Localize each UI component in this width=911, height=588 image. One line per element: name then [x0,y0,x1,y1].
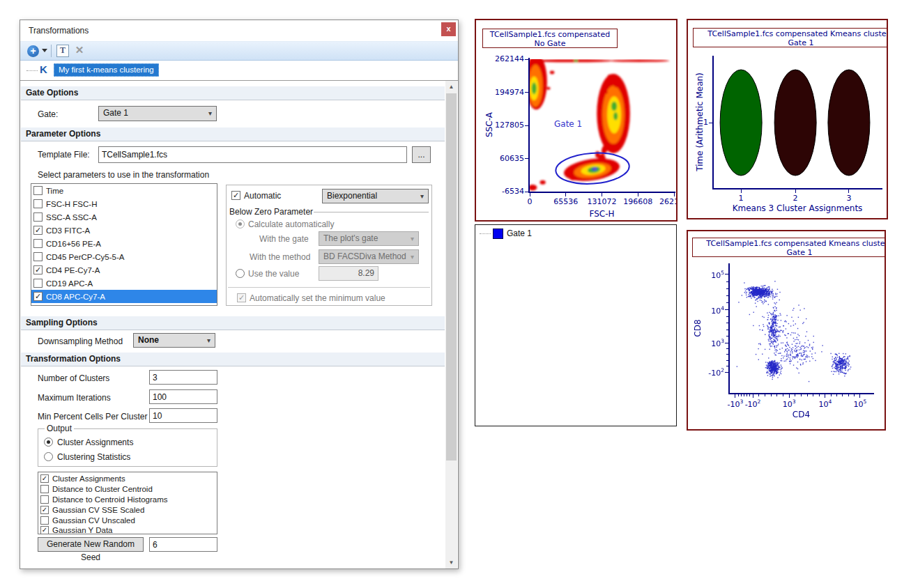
parameter-checkbox[interactable] [33,252,43,261]
output-option-checkbox[interactable]: ✓ [40,506,49,514]
parameter-row[interactable]: FSC-H FSC-H [31,197,217,210]
parameter-listbox[interactable]: TimeFSC-H FSC-HSSC-A SSC-A✓CD3 FITC-ACD1… [31,183,217,306]
x-tick-label: 103 [771,399,807,409]
gate-select[interactable]: Gate 1 ▾ [98,106,217,121]
number-of-clusters-input[interactable] [149,370,217,385]
scroll-down-icon[interactable]: ▼ [445,557,457,568]
scatter-points-canvas [730,265,873,393]
parameter-checkbox[interactable]: ✓ [33,226,43,235]
parameter-checkbox[interactable] [33,239,43,248]
with-gate-value: The plot's gate [323,233,378,243]
delete-button[interactable]: ✕ [73,44,86,56]
parameter-options-header: Parameter Options [21,127,445,141]
output-option-checkbox[interactable] [40,485,49,493]
x-tick-label: 3 [831,194,867,203]
auto-minimum-label: Automatically set the minimum value [250,293,385,303]
cd8-cd4-scatter-panel[interactable]: TCellSample1.fcs compensated Kmeans clus… [687,230,886,431]
output-listbox[interactable]: ✓Cluster AssignmentsDistance to Cluster … [38,472,217,534]
y-minor-tick [726,366,728,366]
downsampling-select[interactable]: None ▾ [133,333,215,348]
transform-settings-panel: ✓ Automatic Biexponential ▾ Below Zero P… [226,185,432,306]
x-tick-label: 262144 [656,197,677,206]
number-of-clusters-label: Number of Clusters [38,373,109,383]
density-plot-panel[interactable]: TCellSample1.fcs compensatedNo Gate06553… [475,19,677,222]
output-option-checkbox[interactable]: ✓ [40,526,49,534]
x-minor-tick [831,394,832,396]
add-transformation-button[interactable]: + [27,45,39,57]
transform-type-select[interactable]: Biexponential ▾ [322,189,429,203]
use-value-radio[interactable] [236,269,245,278]
y-minor-tick [726,360,728,361]
browse-button[interactable]: ... [412,146,431,163]
parameter-row[interactable]: SSC-A SSC-A [31,210,217,224]
parameter-row[interactable]: CD19 APC-A [31,277,217,290]
gate-options-header: Gate Options [21,86,445,100]
x-minor-tick [738,394,739,396]
output-option-row[interactable]: Distance to Cluster Centroid [38,484,217,495]
output-option-checkbox[interactable] [40,516,49,525]
x-minor-tick [749,394,750,396]
parameter-checkbox[interactable]: ✓ [33,292,43,301]
parameter-row[interactable]: ✓CD8 APC-Cy7-A [31,290,217,303]
parameter-checkbox[interactable]: ✓ [33,265,43,274]
y-tick-label: 194974 [488,88,524,97]
automatic-checkbox[interactable]: ✓ [231,191,240,200]
y-minor-tick [726,348,728,349]
maximum-iterations-input[interactable] [149,389,217,404]
legend-branch-line [480,233,491,234]
use-value-label: Use the value [248,269,299,279]
parameter-checkbox[interactable] [33,199,43,208]
parameter-label: CD19 APC-A [46,279,93,288]
parameter-row[interactable]: ✓CD3 FITC-A [31,224,217,237]
parameter-row[interactable]: ✓CD4 PE-Cy7-A [31,263,217,277]
output-option-checkbox[interactable] [40,495,49,504]
x-tick-mark [602,193,602,196]
dialog-titlebar[interactable]: Transformations x [20,20,458,41]
output-option-row[interactable]: Distance to Centroid Histograms [38,495,217,505]
app-screen: Transformations x + T ✕ K My first k-mea… [0,0,911,588]
parameter-label: Time [46,187,63,195]
parameter-label: CD8 APC-Cy7-A [46,293,105,301]
scroll-up-icon[interactable]: ▲ [445,81,457,93]
output-radio[interactable] [44,438,53,447]
cluster-means-ellipses [714,57,881,188]
scrollbar-thumb[interactable] [446,93,457,461]
gate-color-swatch[interactable] [493,229,503,239]
generate-seed-button[interactable]: Generate New Random Seed [38,537,144,552]
y-tick-mark [725,274,728,274]
gate-select-value: Gate 1 [103,108,128,118]
parameter-label: CD3 FITC-A [46,226,90,235]
seed-input[interactable] [149,537,217,552]
template-file-input[interactable] [98,146,407,163]
tree-item-kmeans[interactable]: My first k-means clustering [54,63,159,77]
output-radio-label: Cluster Assignments [57,438,133,447]
parameter-checkbox[interactable] [33,279,43,288]
x-tick-label: 1 [723,194,759,203]
calculate-automatically-radio[interactable] [236,219,245,229]
rename-button[interactable]: T [56,45,69,57]
min-percent-input[interactable] [149,408,217,423]
parameter-checkbox[interactable] [33,186,43,195]
y-minor-tick [726,330,728,330]
vertical-scrollbar[interactable]: ▲ ▼ [445,81,457,568]
output-option-row[interactable]: ✓Cluster Assignments [38,474,217,484]
chevron-down-icon: ▾ [208,107,212,120]
output-option-row[interactable]: ✓Gaussian Y Data [38,525,217,534]
parameter-row[interactable]: CD16+56 PE-A [31,237,217,250]
parameter-label: CD16+56 PE-A [46,240,101,248]
parameter-row[interactable]: Time [31,184,217,197]
output-option-row[interactable]: Gaussian CV Unscaled [38,515,217,525]
y-tick-label: 262144 [488,54,524,63]
parameter-row[interactable]: CD45 PerCP-Cy5-5-A [31,250,217,263]
plot-title: TCellSample1.fcs compensated Kmeans clus… [693,239,886,248]
close-button[interactable]: x [441,22,456,36]
output-radio[interactable] [44,452,53,461]
cluster-means-plot-panel[interactable]: TCellSample1.fcs compensated Kmeans clus… [687,19,888,219]
gate-legend-panel[interactable]: Gate 1 [475,224,677,426]
output-radio-label: Clustering Statistics [57,452,130,462]
output-option-row[interactable]: ✓Gaussian CV SSE Scaled [38,504,217,515]
add-dropdown-caret-icon[interactable] [42,49,47,52]
output-option-checkbox[interactable]: ✓ [40,474,49,483]
parameter-checkbox[interactable] [33,212,43,222]
plot-title-box: TCellSample1.fcs compensated Kmeans clus… [693,28,888,47]
